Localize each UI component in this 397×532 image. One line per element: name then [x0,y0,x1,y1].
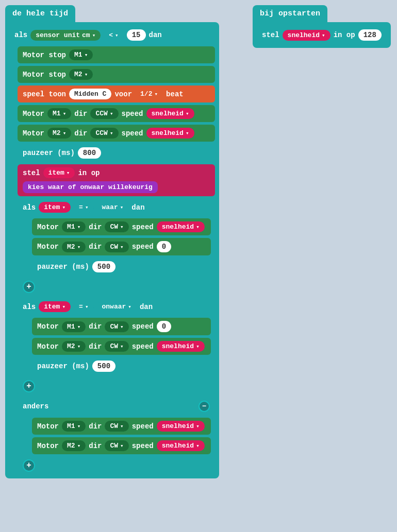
speed-snelheid-4[interactable]: snelheid [157,341,205,352]
in-op-label: in op [334,31,355,39]
m1-pill-cw-1[interactable]: M1 [62,221,86,232]
dir-cw-else-2[interactable]: CW [105,440,128,451]
pauzeer-label-1: pauzeer (ms) [23,149,75,157]
speed-snelheid-else-1[interactable]: snelheid [157,421,205,432]
speel-toon-block: speel toon Midden C voor 1/2 beat [18,85,215,102]
stel-item-block: stel item in op kies waar of onwaar will… [18,164,215,196]
plus-btn-1[interactable]: + [23,281,35,293]
bij-opstarten-hat: bij opstarten [253,5,327,22]
pauzeer-label-3: pauzeer (ms) [37,362,89,370]
m2-pill-cw-1[interactable]: M2 [62,242,86,252]
equals-pill-2[interactable]: = [74,301,93,312]
dan-label-1: dan [149,31,162,39]
motor-m2-cw-0-block: Motor M2 dir CW speed 0 [32,238,211,255]
dir-ccw-1[interactable]: CCW [90,108,118,119]
m1-pill-else[interactable]: M1 [62,421,86,432]
onwaar-pill[interactable]: onwaar [97,301,137,312]
stel-label: stel [262,31,279,39]
als-item-onwaar-footer: + [18,377,215,395]
speed-snelheid-1[interactable]: snelheid [146,108,194,119]
als-item-onwaar-body: Motor M1 dir CW speed 0 Motor M2 dir [28,315,215,377]
speed-snelheid-3[interactable]: snelheid [157,221,205,232]
motor-stop-m1-label: Motor stop [23,51,66,59]
pauzeer-value-2[interactable]: 500 [92,261,115,272]
snelheid-value[interactable]: 128 [358,29,382,41]
plus-btn-2[interactable]: + [23,380,35,392]
kies-pill[interactable]: kies waar of onwaar willekeurig [23,181,158,193]
anders-block: anders − Motor M1 dir CW speed snelheid [18,398,215,474]
de-hele-tijd-hat: de hele tijd [5,5,75,22]
pauzeer-500-1-block: pauzeer (ms) 500 [32,258,211,276]
m1-pill-ccw[interactable]: M1 [47,108,71,119]
main-hat-label: de hele tijd [12,9,68,18]
anders-body: Motor M1 dir CW speed snelheid Motor M2 … [28,415,215,457]
dir-cw-else-1[interactable]: CW [105,421,128,432]
minus-btn[interactable]: − [198,401,210,412]
dir-cw-2[interactable]: CW [105,242,128,252]
waar-pill[interactable]: waar [97,202,129,213]
voor-label: voor [114,90,132,98]
motor-m1-cw-snelheid-block: Motor M1 dir CW speed snelheid [32,218,211,235]
main-body: als sensor unit cm < 15 dan Motor stop [5,22,219,478]
unit-label: cm [82,31,90,39]
als-item-onwaar-block: als item = onwaar dan [18,298,215,395]
als-item-waar-body: Motor M1 dir CW speed snelheid Motor M2 … [28,216,215,278]
motor-m2-cw-snelheid-block: Motor M2 dir CW speed snelheid [32,338,211,355]
item-pill-onwaar[interactable]: item [39,301,71,312]
bij-opstarten-label: bij opstarten [260,9,320,18]
sensor-value[interactable]: 15 [127,29,146,41]
equals-pill-1[interactable]: = [74,202,93,213]
toon-pill[interactable]: Midden C [69,89,111,99]
duur-pill[interactable]: 1/2 [135,89,163,99]
in-op-label-2: in op [78,169,100,177]
dir-ccw-2[interactable]: CCW [90,128,118,139]
pauzeer-800-block: pauzeer (ms) 800 [18,144,215,162]
pauzeer-value-3[interactable]: 500 [92,361,115,372]
m2-pill-cw-2[interactable]: M2 [62,341,86,352]
als-item-waar-block: als item = waar dan [18,199,215,296]
anders-label: anders [23,402,48,410]
als-label-3: als [23,303,36,311]
speed-snelheid-2[interactable]: snelheid [146,128,194,139]
dir-cw-1[interactable]: CW [105,221,128,232]
m2-pill-else[interactable]: M2 [62,440,86,451]
anders-row: anders − [18,398,215,415]
dan-label-3: dan [140,303,153,311]
speed-0-2[interactable]: 0 [157,321,171,332]
motor-m1-cw-0-block: Motor M1 dir CW speed 0 [32,318,211,335]
item-pill-waar[interactable]: item [39,202,71,213]
plus-btn-3[interactable]: + [23,459,35,472]
pauzeer-value-1[interactable]: 800 [78,147,101,159]
sensor-label: sensor unit [36,31,80,39]
sensor-unit-pill[interactable]: sensor unit cm [30,30,101,41]
bij-opstarten-container: bij opstarten stel snelheid in op 128 [253,5,391,48]
motor-stop-m1-block: Motor stop M1 [18,46,215,63]
dan-label-2: dan [131,203,144,212]
main-container: de hele tijd als sensor unit cm < 15 dan [5,5,219,478]
snelheid-pill[interactable]: snelheid [283,30,330,41]
op-pill[interactable]: < [104,30,123,41]
motor-m2-cw-else-block: Motor M2 dir CW speed snelheid [32,437,211,454]
anders-footer: + [18,457,215,474]
stel-snelheid-block: stel snelheid in op 128 [257,26,387,44]
beat-label: beat [166,90,184,98]
m2-pill-1[interactable]: M2 [69,69,93,80]
als-item-onwaar-header: als item = onwaar dan [18,298,215,315]
m1-pill-1[interactable]: M1 [69,49,93,60]
motor-stop-m2-block: Motor stop M2 [18,66,215,83]
speed-0-1[interactable]: 0 [157,241,171,252]
speed-snelheid-else-2[interactable]: snelheid [157,440,205,451]
m1-pill-cw-2[interactable]: M1 [62,321,86,332]
item-pill-stel[interactable]: item [43,167,75,178]
dir-cw-4[interactable]: CW [105,341,128,352]
stel-label-2: stel [23,169,40,177]
m2-pill-ccw[interactable]: M2 [47,128,71,139]
motor-m1-ccw-block: Motor M1 dir CCW speed snelheid [18,105,215,122]
dir-cw-3[interactable]: CW [105,321,128,332]
pauzeer-label-2: pauzeer (ms) [37,263,89,271]
speel-toon-label: speel toon [23,90,66,98]
op-label: < [109,31,113,39]
bij-opstarten-body: stel snelheid in op 128 [253,22,391,48]
als-item-waar-footer: + [18,278,215,296]
pauzeer-500-2-block: pauzeer (ms) 500 [32,357,211,375]
